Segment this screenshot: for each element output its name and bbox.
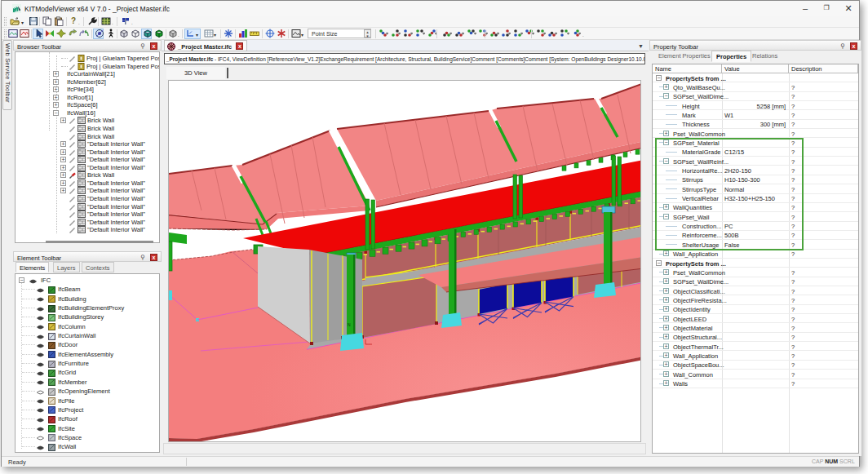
svg-text:N: N (348, 322, 351, 327)
